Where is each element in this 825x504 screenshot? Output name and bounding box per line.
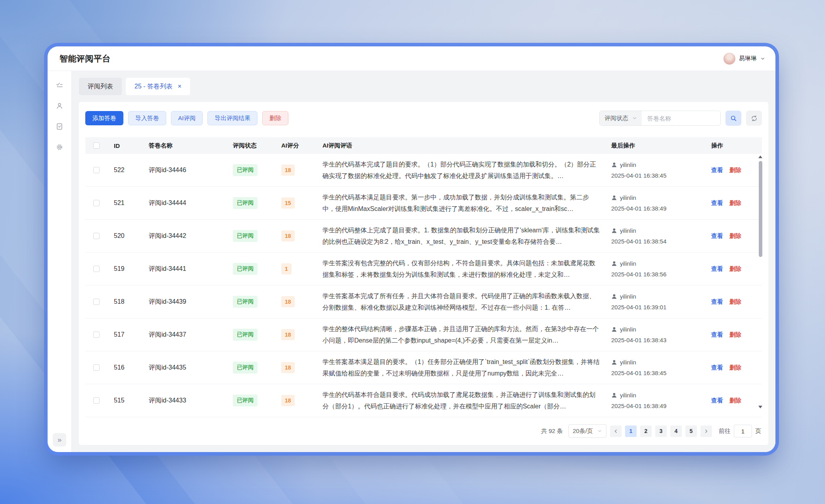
user-icon[interactable] — [56, 102, 63, 110]
ai-review-button[interactable]: AI评阅 — [171, 111, 203, 125]
row-checkbox[interactable] — [93, 200, 100, 206]
person-icon — [611, 326, 617, 332]
page-size-select[interactable]: 20条/页 — [568, 424, 606, 438]
view-link[interactable]: 查看 — [711, 397, 723, 404]
delete-link[interactable]: 删除 — [729, 265, 741, 273]
export-results-button[interactable]: 导出评阅结果 — [207, 111, 257, 125]
scroll-down-arrow-icon[interactable] — [758, 406, 762, 408]
table-row: 517 评阅id-34437 已评阅 18 学生的整体代码结构清晰，步骤基本正确… — [85, 318, 762, 351]
column-header-actions: 操作 — [711, 142, 762, 149]
app-header: 智能评阅平台 易琳琳 — [48, 46, 775, 71]
row-comment: 学生答案基本完成了所有任务，并且大体符合题目要求。代码使用了正确的库和函数来载入… — [322, 290, 600, 313]
row-name: 评阅id-34444 — [149, 199, 233, 207]
row-checkbox[interactable] — [93, 266, 100, 272]
person-icon — [611, 261, 617, 266]
delete-link[interactable]: 删除 — [729, 199, 741, 207]
row-operator: yilinlin — [620, 159, 636, 170]
total-count: 共 92 条 — [541, 427, 563, 435]
view-link[interactable]: 查看 — [711, 298, 723, 306]
prev-page-button[interactable] — [610, 425, 622, 437]
row-checkbox[interactable] — [93, 299, 100, 305]
close-icon[interactable]: × — [178, 83, 181, 90]
import-answer-button[interactable]: 导入答卷 — [128, 111, 166, 125]
user-menu[interactable]: 易琳琳 — [723, 53, 765, 65]
avatar[interactable] — [723, 53, 735, 65]
chevron-down-icon — [597, 429, 602, 433]
review-status-select[interactable]: 评阅状态 — [600, 111, 642, 125]
status-badge: 已评阅 — [233, 230, 257, 242]
select-all-checkbox[interactable] — [93, 142, 100, 149]
row-id: 521 — [107, 199, 149, 207]
delete-link[interactable]: 删除 — [729, 331, 741, 339]
row-checkbox[interactable] — [93, 364, 100, 371]
sidebar-collapse-button[interactable]: » — [53, 433, 66, 447]
column-header-status: 评阅状态 — [233, 142, 281, 149]
add-answer-button[interactable]: 添加答卷 — [85, 111, 123, 125]
row-checkbox[interactable] — [93, 167, 100, 173]
answer-name-input[interactable] — [642, 111, 720, 125]
row-name: 评阅id-34442 — [149, 232, 233, 240]
delete-link[interactable]: 删除 — [729, 167, 741, 174]
column-header-operator: 最后操作 — [611, 142, 711, 149]
table-scrollbar[interactable] — [758, 155, 763, 408]
view-link[interactable]: 查看 — [711, 232, 723, 240]
view-link[interactable]: 查看 — [711, 167, 723, 174]
view-link[interactable]: 查看 — [711, 364, 723, 372]
goto-page-input[interactable] — [734, 425, 752, 437]
column-header-score: AI评分 — [281, 142, 322, 149]
delete-button[interactable]: 删除 — [262, 111, 288, 125]
pagination: 共 92 条 20条/页 1 2 3 4 5 — [86, 424, 761, 438]
scroll-up-arrow-icon[interactable] — [758, 155, 762, 158]
page-button-4[interactable]: 4 — [670, 425, 682, 437]
status-badge: 已评阅 — [233, 362, 257, 374]
tab-answer-sheets[interactable]: 25 - 答卷列表 × — [126, 78, 190, 95]
row-time: 2025-04-01 16:38:54 — [611, 236, 711, 247]
row-time: 2025-04-01 16:39:01 — [611, 302, 711, 312]
row-checkbox[interactable] — [93, 233, 100, 239]
delete-link[interactable]: 删除 — [729, 298, 741, 306]
delete-link[interactable]: 删除 — [729, 364, 741, 372]
delete-link[interactable]: 删除 — [729, 232, 741, 240]
row-name: 评阅id-34433 — [149, 397, 233, 405]
row-id: 517 — [107, 331, 149, 338]
page-button-3[interactable]: 3 — [655, 425, 667, 437]
table-row: 522 评阅id-34446 已评阅 18 学生的代码基本完成了题目的要求。（1… — [85, 154, 762, 187]
delete-link[interactable]: 删除 — [729, 397, 741, 404]
row-comment: 学生的代码基本符合题目要求。代码成功加载了鸢尾花数据集，并正确进行了训练集和测试… — [322, 389, 600, 412]
row-checkbox[interactable] — [93, 397, 100, 404]
row-name: 评阅id-34439 — [149, 298, 233, 306]
sidebar: » — [48, 71, 72, 452]
row-time: 2025-04-01 16:38:43 — [611, 335, 711, 345]
row-comment: 学生的代码基本满足题目要求。第一步中，成功加载了数据，并划分成训练集和测试集。第… — [322, 192, 600, 215]
refresh-icon — [750, 115, 758, 122]
search-button[interactable] — [725, 111, 741, 126]
view-link[interactable]: 查看 — [711, 331, 723, 339]
page-button-5[interactable]: 5 — [685, 425, 697, 437]
score-badge: 18 — [281, 362, 295, 373]
status-badge: 已评阅 — [233, 164, 257, 176]
row-id: 519 — [107, 265, 149, 272]
score-badge: 1 — [281, 263, 292, 274]
table-row: 516 评阅id-34435 已评阅 18 学生答案基本满足题目的要求。（1）任… — [85, 351, 762, 384]
score-badge: 18 — [281, 296, 295, 307]
next-page-button[interactable] — [700, 425, 712, 437]
document-check-icon[interactable] — [56, 123, 63, 130]
refresh-button[interactable] — [746, 111, 762, 126]
row-id: 522 — [107, 167, 149, 174]
page-button-1[interactable]: 1 — [625, 425, 637, 437]
row-operator: yilinlin — [620, 225, 636, 236]
scrollbar-thumb[interactable] — [759, 161, 762, 257]
row-time: 2025-04-01 16:38:45 — [611, 368, 711, 378]
tab-review-list[interactable]: 评阅列表 — [79, 78, 122, 95]
view-link[interactable]: 查看 — [711, 265, 723, 273]
status-badge: 已评阅 — [233, 329, 257, 341]
table-body: 522 评阅id-34446 已评阅 18 学生的代码基本完成了题目的要求。（1… — [85, 154, 762, 417]
score-badge: 18 — [281, 395, 295, 406]
checklist-icon[interactable] — [56, 81, 63, 89]
view-link[interactable]: 查看 — [711, 199, 723, 207]
gear-icon[interactable] — [56, 143, 63, 151]
row-comment: 学生的代码整体上完成了题目要求。1. 数据集的加载和划分正确使用了'sklear… — [322, 224, 600, 247]
row-checkbox[interactable] — [93, 332, 100, 338]
page-button-2[interactable]: 2 — [640, 425, 652, 437]
user-name: 易琳琳 — [739, 55, 757, 62]
